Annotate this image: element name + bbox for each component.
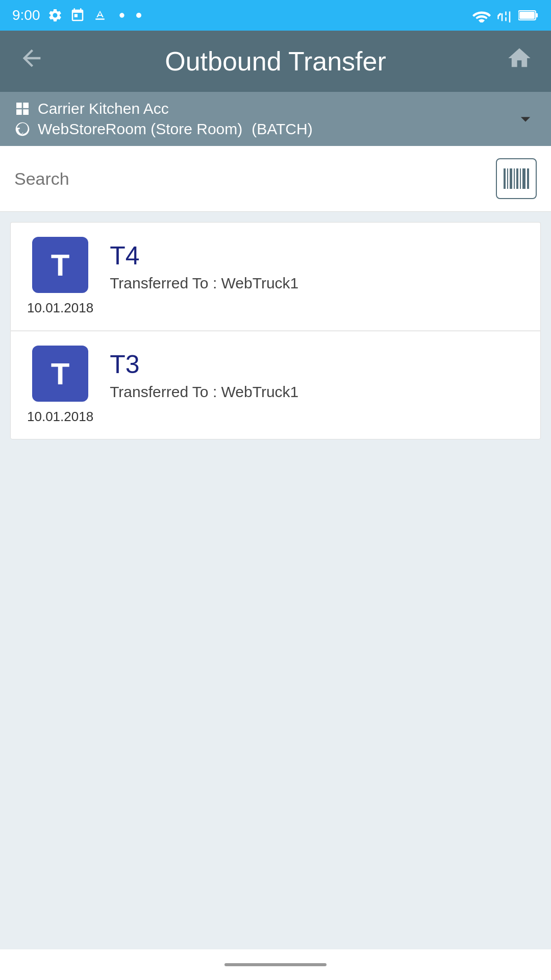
back-button[interactable] [18, 45, 45, 78]
crosshair-icon [14, 121, 31, 137]
time-display: 9:00 [12, 7, 40, 23]
svg-rect-7 [514, 168, 515, 189]
page-title: Outbound Transfer [165, 46, 386, 77]
location-name: WebStoreRoom (Store Room) [38, 120, 242, 138]
bottom-bar [0, 949, 551, 980]
transfer-date-t3: 10.01.2018 [27, 409, 93, 425]
status-bar-right [472, 8, 539, 22]
batch-label: (BATCH) [252, 120, 312, 138]
context-info: Carrier Kitchen Acc WebStoreRoom (Store … [14, 100, 313, 138]
svg-rect-8 [516, 168, 518, 189]
dropdown-icon[interactable] [514, 108, 537, 130]
transfer-right-t4: T4 Transferred To : WebTruck1 [110, 237, 298, 292]
search-bar [0, 146, 551, 212]
svg-rect-6 [510, 168, 512, 189]
svg-rect-4 [504, 168, 506, 189]
transfer-item[interactable]: T 10.01.2018 T4 Transferred To : WebTruc… [10, 222, 541, 331]
battery-icon [518, 10, 539, 21]
transfer-avatar-t3: T [32, 346, 88, 402]
avatar-letter: T [51, 356, 70, 391]
location-dot-icon [115, 8, 129, 22]
organization-row: Carrier Kitchen Acc [14, 100, 313, 117]
location-row: WebStoreRoom (Store Room) (BATCH) [14, 120, 313, 138]
settings-icon [47, 8, 63, 23]
transfer-list: T 10.01.2018 T4 Transferred To : WebTruc… [0, 212, 551, 452]
search-input[interactable] [14, 169, 488, 189]
barcode-icon [503, 166, 530, 191]
svg-rect-2 [536, 13, 538, 17]
transfer-to-t3: Transferred To : WebTruck1 [110, 383, 298, 401]
transfer-left-t4: T 10.01.2018 [27, 237, 93, 316]
grid-icon [14, 101, 31, 117]
transfer-avatar-t4: T [32, 237, 88, 293]
transfer-date-t4: 10.01.2018 [27, 300, 93, 316]
context-bar[interactable]: Carrier Kitchen Acc WebStoreRoom (Store … [0, 92, 551, 146]
bottom-nav-indicator [224, 963, 327, 966]
notification-dot [136, 13, 141, 18]
svg-rect-5 [507, 168, 508, 189]
home-button[interactable] [506, 45, 533, 78]
svg-rect-10 [522, 168, 525, 189]
transfer-item[interactable]: T 10.01.2018 T3 Transferred To : WebTruc… [10, 331, 541, 439]
organization-name: Carrier Kitchen Acc [38, 100, 169, 117]
signal-icon [497, 8, 512, 22]
svg-rect-9 [520, 168, 521, 189]
svg-rect-3 [519, 12, 535, 19]
nav-bar: Outbound Transfer [0, 31, 551, 92]
transfer-to-t4: Transferred To : WebTruck1 [110, 275, 298, 292]
transfer-id-t4: T4 [110, 241, 298, 271]
transfer-id-t3: T3 [110, 350, 298, 379]
svg-point-0 [119, 13, 124, 17]
wifi-icon [472, 8, 491, 22]
transfer-right-t3: T3 Transferred To : WebTruck1 [110, 346, 298, 401]
status-bar: 9:00 [0, 0, 551, 31]
text-icon [92, 8, 108, 23]
calendar-icon [70, 8, 85, 23]
status-bar-left: 9:00 [12, 7, 141, 23]
avatar-letter: T [51, 248, 70, 283]
transfer-left-t3: T 10.01.2018 [27, 346, 93, 425]
svg-rect-11 [527, 168, 529, 189]
barcode-scan-button[interactable] [496, 158, 537, 199]
